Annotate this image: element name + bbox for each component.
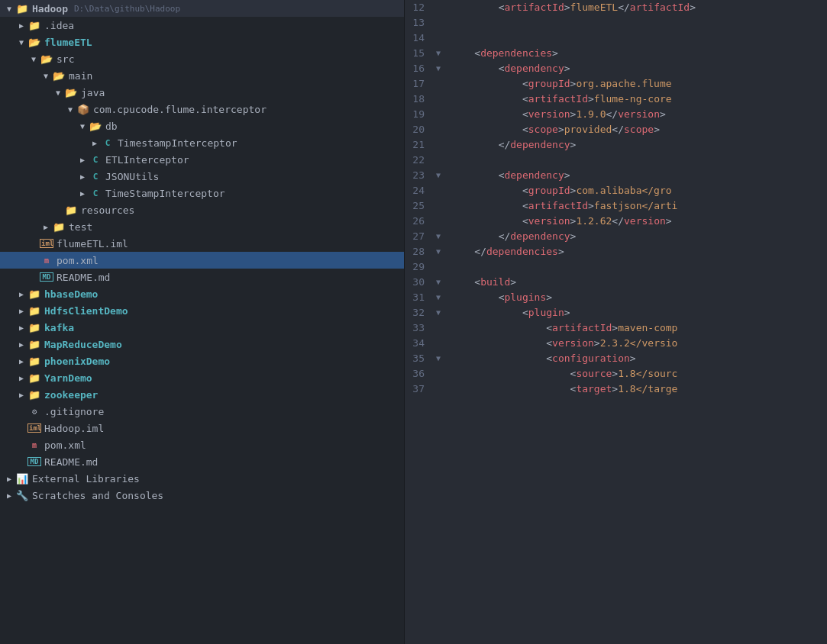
fold-icon[interactable]: ▼ (432, 244, 444, 259)
code-line: 27▼ </dependency> (405, 229, 827, 244)
editor-content: 12 <artifactId>flumeETL</artifactId>1314… (405, 0, 827, 644)
sidebar-item-phoenixdemo[interactable]: ▶ 📁 phoenixDemo (0, 353, 404, 369)
sidebar-item-readme-flume[interactable]: ▶ MD README.md (0, 269, 404, 285)
project-root[interactable]: ▼ 📁 Hadoop D:\Data\github\Hadoop (0, 0, 404, 17)
root-label: Hadoop (32, 3, 68, 14)
sidebar-item-scratches[interactable]: ▶ 🔧 Scratches and Consoles (0, 487, 404, 504)
code-content: </dependencies> (444, 244, 827, 259)
ts-label: TimestampInterceptor (118, 137, 237, 149)
scratches-label: Scratches and Consoles (32, 490, 163, 501)
folder-open-icon: 📂 (40, 53, 53, 65)
sidebar-item-timestamp-interceptor[interactable]: ▶ C TimestampInterceptor (0, 134, 404, 151)
code-content: </dependency> (444, 137, 827, 153)
sidebar-item-main[interactable]: ▼ 📂 main (0, 67, 404, 84)
ts-arrow: ▶ (89, 139, 101, 147)
sidebar-item-hadoop-iml[interactable]: ▶ iml Hadoop.iml (0, 420, 404, 436)
fold-icon[interactable]: ▼ (432, 351, 444, 366)
sidebar-item-pom-root[interactable]: ▶ m pom.xml (0, 436, 404, 453)
idea-arrow: ▶ (15, 21, 27, 30)
gitignore-icon: ⚙ (27, 407, 41, 417)
java-label: java (81, 87, 105, 98)
sidebar-item-jsonutils[interactable]: ▶ C JSONUtils (0, 168, 404, 185)
main-arrow: ▼ (40, 72, 52, 80)
sidebar-item-flumeetl-iml[interactable]: ▶ iml flumeETL.iml (0, 235, 404, 252)
folder-icon: 📁 (27, 288, 41, 300)
sidebar-item-kafka[interactable]: ▶ 📁 kafka (0, 319, 404, 336)
code-content: <source>1.8</sourc (444, 366, 827, 382)
himl-arrow: ▶ (15, 424, 27, 433)
code-line: 35▼ <configuration> (405, 351, 827, 366)
sidebar-item-external-libs[interactable]: ▶ 📊 External Libraries (0, 470, 404, 487)
mapreduce-arrow: ▶ (15, 340, 27, 349)
sidebar-item-timestamp2[interactable]: ▶ C TimeStampInterceptor (0, 185, 404, 201)
code-line: 18 <artifactId>flume-ng-core (405, 92, 827, 107)
scratches-icon: 🔧 (15, 490, 29, 501)
md-icon: MD (40, 272, 53, 282)
code-line: 26 <version>1.2.62</version> (405, 214, 827, 229)
sidebar-item-test[interactable]: ▶ 📁 test (0, 218, 404, 235)
sidebar-item-src[interactable]: ▼ 📂 src (0, 50, 404, 67)
folder-icon: 📁 (52, 221, 66, 233)
ext-label: External Libraries (32, 473, 140, 485)
pkg-arrow: ▼ (64, 105, 76, 114)
sidebar-item-interceptor-pkg[interactable]: ▼ 📦 com.cpucode.flume.interceptor (0, 101, 404, 118)
folder-open-icon: 📂 (64, 87, 78, 98)
sidebar-item-gitignore[interactable]: ▶ ⚙ .gitignore (0, 403, 404, 420)
flumeETL-arrow: ▼ (15, 38, 27, 47)
code-line: 37 <target>1.8</targe (405, 382, 827, 397)
pom-root-label: pom.xml (44, 440, 86, 451)
folder-icon: 📁 (64, 204, 78, 216)
src-arrow: ▼ (27, 55, 40, 63)
line-number: 18 (405, 92, 432, 107)
line-number: 33 (405, 320, 432, 336)
pomr-arrow: ▶ (15, 441, 27, 449)
file-tree[interactable]: ▼ 📁 Hadoop D:\Data\github\Hadoop ▶ 📁 .id… (0, 0, 405, 644)
code-content: <groupId>org.apache.flume (444, 76, 827, 92)
resources-label: resources (81, 204, 134, 216)
sidebar-item-db[interactable]: ▼ 📂 db (0, 118, 404, 134)
folder-icon: 📁 (27, 339, 41, 350)
pom-arrow: ▶ (27, 256, 40, 265)
line-number: 24 (405, 183, 432, 198)
sidebar-item-java[interactable]: ▼ 📂 java (0, 84, 404, 101)
sidebar-item-readme-root[interactable]: ▶ MD README.md (0, 453, 404, 470)
phoenix-arrow: ▶ (15, 357, 27, 365)
fold-icon[interactable]: ▼ (432, 229, 444, 244)
fold-icon[interactable]: ▼ (432, 46, 444, 61)
hdfs-label: HdfsClientDemo (44, 305, 128, 317)
line-number: 34 (405, 336, 432, 351)
package-icon: 📦 (76, 104, 90, 115)
sidebar-item-resources[interactable]: ▶ 📁 resources (0, 201, 404, 218)
code-line: 12 <artifactId>flumeETL</artifactId> (405, 0, 827, 15)
code-content: </dependency> (444, 229, 827, 244)
sidebar-item-yarndemo[interactable]: ▶ 📁 YarnDemo (0, 369, 404, 386)
folder-open-icon: 📂 (52, 70, 66, 82)
readmer-arrow: ▶ (15, 458, 27, 466)
folder-icon: 📁 (27, 322, 41, 333)
yarn-arrow: ▶ (15, 374, 27, 382)
fold-icon[interactable]: ▼ (432, 305, 444, 320)
code-line: 30▼ <build> (405, 275, 827, 290)
kafka-arrow: ▶ (15, 324, 27, 332)
sidebar-item-hdfsclientdemo[interactable]: ▶ 📁 HdfsClientDemo (0, 302, 404, 319)
sidebar-item-pom-xml[interactable]: ▶ m pom.xml (0, 252, 404, 269)
java-class-icon: C (89, 188, 102, 198)
fold-icon[interactable]: ▼ (432, 61, 444, 76)
code-content: <dependency> (444, 61, 827, 76)
test-label: test (69, 221, 92, 233)
sidebar-item-zookeeper[interactable]: ▶ 📁 zookeeper (0, 386, 404, 403)
sidebar-item-flumeETL[interactable]: ▼ 📂 flumeETL (0, 34, 404, 50)
sidebar-item-mapreducedemo[interactable]: ▶ 📁 MapReduceDemo (0, 336, 404, 353)
sidebar-item-idea[interactable]: ▶ 📁 .idea (0, 17, 404, 34)
fold-icon[interactable]: ▼ (432, 168, 444, 183)
sidebar-item-hbasedemo[interactable]: ▶ 📁 hbaseDemo (0, 285, 404, 302)
fold-icon[interactable]: ▼ (432, 290, 444, 305)
fold-icon[interactable]: ▼ (432, 275, 444, 290)
sidebar-item-etl-interceptor[interactable]: ▶ C ETLInterceptor (0, 151, 404, 168)
code-content: <scope>provided</scope> (444, 122, 827, 137)
code-line: 34 <version>2.3.2</versio (405, 336, 827, 351)
line-number: 32 (405, 305, 432, 320)
line-number: 17 (405, 76, 432, 92)
code-line: 15▼ <dependencies> (405, 46, 827, 61)
folder-open-icon: 📂 (89, 121, 102, 132)
